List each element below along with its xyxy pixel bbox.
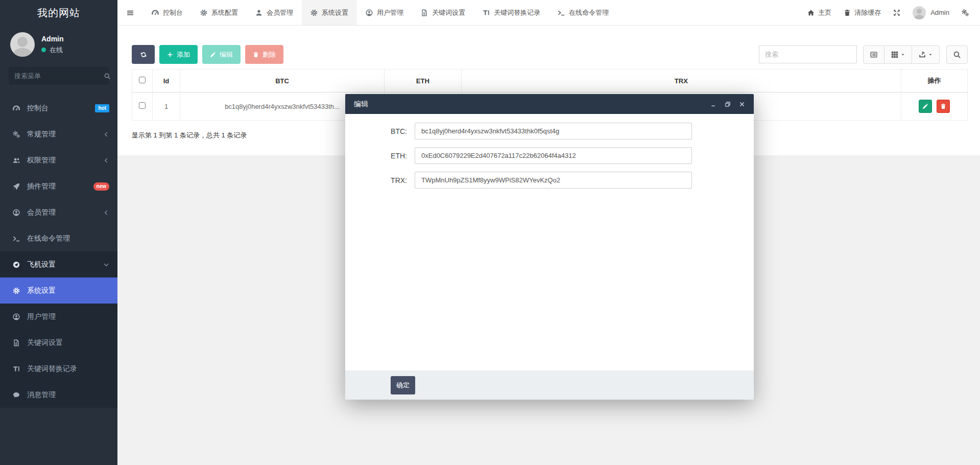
rocket-icon xyxy=(13,183,20,190)
online-status-dot xyxy=(41,48,46,52)
export-button[interactable] xyxy=(912,45,940,64)
delete-button[interactable]: 删除 xyxy=(245,45,283,64)
sidebar-submenu: 系统设置 用户管理 关键词设置 关键词替换记录 消息管理 xyxy=(0,277,117,408)
header-btc: BTC xyxy=(180,69,385,92)
topbar-tabs: 控制台 系统配置 会员管理 系统设置 用户管理 关键词设置 关键词替换记录 在 xyxy=(143,0,617,25)
pencil-icon xyxy=(922,103,928,109)
sidebar-toggle-button[interactable] xyxy=(117,0,143,25)
close-icon xyxy=(739,101,745,107)
gears-icon xyxy=(962,9,969,16)
sidebar-item-label: 关键词设置 xyxy=(27,338,63,347)
avatar xyxy=(10,32,35,57)
toolbar: 添加 编辑 删除 xyxy=(132,45,968,64)
table-header-row: Id BTC ETH TRX 操作 xyxy=(132,69,968,92)
sidebar-item-command[interactable]: 在线命令管理 xyxy=(0,225,117,251)
sidebar-search-input[interactable] xyxy=(14,72,104,80)
home-link[interactable]: 主页 xyxy=(807,8,831,17)
clear-cache-label: 清除缓存 xyxy=(854,8,881,17)
header-eth: ETH xyxy=(385,69,462,92)
tab-dashboard[interactable]: 控制台 xyxy=(143,0,192,25)
sidebar-item-message-management[interactable]: 消息管理 xyxy=(0,382,117,408)
maximize-icon xyxy=(725,101,731,107)
user-name: Admin xyxy=(41,35,64,43)
sidebar-item-auth[interactable]: 权限管理 xyxy=(0,147,117,173)
sidebar-item-keyword-replace-log[interactable]: 关键词替换记录 xyxy=(0,356,117,382)
tab-command[interactable]: 在线命令管理 xyxy=(549,0,617,25)
close-button[interactable] xyxy=(739,101,745,107)
grid-icon xyxy=(891,51,898,58)
search-icon xyxy=(104,73,110,79)
tab-label: 用户管理 xyxy=(377,8,403,17)
comment-icon xyxy=(13,391,20,399)
sidebar-item-members[interactable]: 会员管理 xyxy=(0,199,117,225)
chevron-down-icon xyxy=(103,262,109,268)
user-panel: Admin 在线 xyxy=(0,26,117,62)
trx-field[interactable] xyxy=(415,172,692,189)
tab-keyword-settings[interactable]: 关键词设置 xyxy=(412,0,474,25)
row-checkbox[interactable] xyxy=(139,102,146,109)
tab-keyword-replace-log[interactable]: 关键词替换记录 xyxy=(474,0,549,25)
edit-button-label: 编辑 xyxy=(220,50,233,59)
chevron-left-icon xyxy=(103,210,109,216)
sidebar-item-dashboard[interactable]: 控制台 hot xyxy=(0,95,117,121)
sidebar-item-system-settings[interactable]: 系统设置 xyxy=(0,277,117,304)
trash-icon xyxy=(844,9,851,16)
sidebar-item-telegram-settings[interactable]: 飞机设置 xyxy=(0,251,117,277)
maximize-button[interactable] xyxy=(725,101,731,107)
home-icon xyxy=(807,9,815,16)
tab-label: 会员管理 xyxy=(267,8,293,17)
trx-field-label: TRX: xyxy=(345,176,407,184)
select-all-checkbox[interactable] xyxy=(139,77,146,83)
search-toggle-button[interactable] xyxy=(946,45,968,64)
table-search-input[interactable] xyxy=(759,45,857,63)
row-id-cell: 1 xyxy=(153,92,180,121)
tab-label: 系统设置 xyxy=(322,8,348,17)
columns-button[interactable] xyxy=(885,45,912,64)
header-actions: 操作 xyxy=(901,69,968,92)
sidebar-item-keyword-settings[interactable]: 关键词设置 xyxy=(0,330,117,356)
dialog-body: BTC: ETH: TRX: xyxy=(345,114,754,370)
dialog-titlebar[interactable]: 编辑 xyxy=(345,94,754,114)
fullscreen-button[interactable] xyxy=(893,9,900,16)
form-row-trx: TRX: xyxy=(345,172,754,189)
clear-cache-link[interactable]: 清除缓存 xyxy=(844,8,881,17)
edit-dialog: 编辑 BTC: ETH: TRX: 确定 xyxy=(345,94,754,400)
user-status-label: 在线 xyxy=(50,45,63,55)
brand-title: 我的网站 xyxy=(0,0,117,26)
tab-members[interactable]: 会员管理 xyxy=(247,0,302,25)
sidebar-item-label: 飞机设置 xyxy=(27,260,56,269)
window-controls xyxy=(710,101,745,107)
refresh-button[interactable] xyxy=(132,45,155,64)
add-button[interactable]: 添加 xyxy=(159,45,198,64)
edit-button[interactable]: 编辑 xyxy=(202,45,241,64)
user-icon xyxy=(255,9,262,16)
tab-user-management[interactable]: 用户管理 xyxy=(357,0,412,25)
header-trx: TRX xyxy=(461,69,901,92)
btc-field[interactable] xyxy=(415,123,692,140)
sidebar-item-addons[interactable]: 插件管理 new xyxy=(0,173,117,199)
tab-system-config[interactable]: 系统配置 xyxy=(192,0,247,25)
sidebar: 我的网站 Admin 在线 控制台 hot 常规管理 权限管理 xyxy=(0,0,117,465)
sidebar-item-label: 用户管理 xyxy=(27,312,56,321)
row-edit-button[interactable] xyxy=(919,100,932,113)
sidebar-item-label: 系统设置 xyxy=(27,286,56,295)
confirm-button[interactable]: 确定 xyxy=(391,376,415,394)
sidebar-item-label: 消息管理 xyxy=(27,390,56,400)
terminal-icon xyxy=(13,235,20,242)
export-icon xyxy=(919,51,926,58)
gear-icon xyxy=(200,9,207,16)
chevron-left-icon xyxy=(103,157,109,164)
header-select-all xyxy=(132,69,153,92)
settings-button[interactable] xyxy=(962,9,969,16)
minimize-button[interactable] xyxy=(710,101,716,107)
sidebar-item-user-management[interactable]: 用户管理 xyxy=(0,304,117,330)
gear-icon xyxy=(310,9,318,16)
user-circle-icon xyxy=(13,313,20,320)
sidebar-item-general[interactable]: 常规管理 xyxy=(0,121,117,147)
row-delete-button[interactable] xyxy=(937,100,950,113)
gauge-icon xyxy=(152,9,159,16)
toggle-view-button[interactable] xyxy=(863,45,885,64)
eth-field[interactable] xyxy=(415,147,692,164)
tab-system-settings[interactable]: 系统设置 xyxy=(302,0,357,25)
user-menu[interactable]: Admin xyxy=(913,6,949,19)
